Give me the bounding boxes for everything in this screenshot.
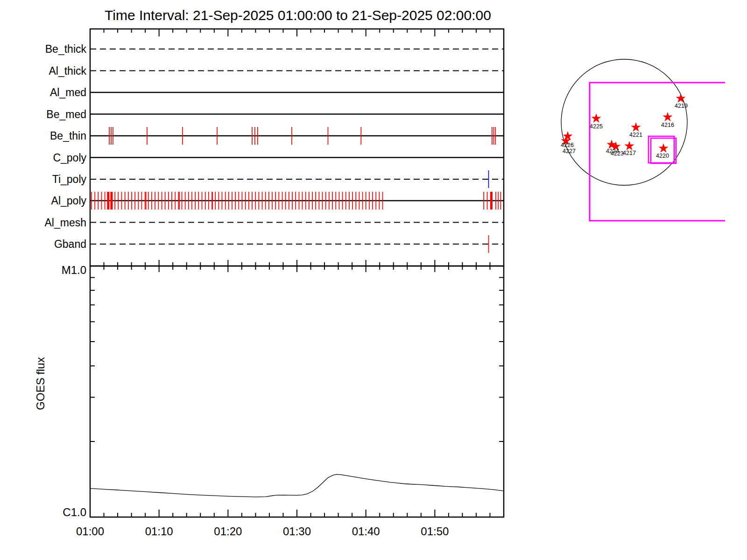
goes-flux-axis-label: GOES flux: [34, 357, 47, 410]
active-region-star-4216: [663, 112, 673, 121]
filter-label-C_poly: C_poly: [53, 152, 86, 164]
filter-row-Al_thick: Al_thick: [49, 65, 504, 77]
filter-label-Be_thick: Be_thick: [45, 43, 87, 55]
active-region-label-4221: 4221: [629, 132, 642, 138]
filter-label-Al_mesh: Al_mesh: [45, 217, 86, 229]
x-tick-label-01:10: 01:10: [145, 525, 173, 538]
filter-row-Be_med: Be_med: [46, 108, 504, 120]
active-region-label-4216: 4216: [661, 122, 674, 128]
active-region-star-4220: [659, 143, 669, 153]
fov-box-small-2: [651, 138, 676, 163]
filter-label-Al_med: Al_med: [50, 86, 86, 98]
filter-label-Ti_poly: Ti_poly: [52, 173, 87, 185]
x-tick-label-01:00: 01:00: [76, 525, 104, 538]
active-region-label-4225: 4225: [590, 123, 603, 130]
filter-timeline-panel: Be_thickAl_thickAl_medBe_medBe_thinC_pol…: [45, 29, 504, 272]
x-tick-label-01:20: 01:20: [214, 525, 242, 538]
filter-row-Be_thick: Be_thick: [45, 43, 504, 55]
goes-panel-border: [90, 266, 504, 517]
filter-row-Gband: Gband: [54, 235, 504, 253]
goes-flux-curve: [90, 474, 503, 497]
filter-row-C_poly: C_poly: [53, 152, 504, 164]
filter-row-Al_mesh: Al_mesh: [45, 217, 504, 229]
y-bottom-label: C1.0: [63, 506, 86, 518]
filter-row-Al_poly: Al_poly: [51, 192, 504, 210]
active-region-star-4219: [676, 93, 686, 103]
filter-row-Al_med: Al_med: [50, 86, 504, 98]
active-region-star-4217: [625, 141, 634, 150]
filter-label-Al_thick: Al_thick: [49, 65, 86, 77]
x-tick-label-01:50: 01:50: [421, 525, 449, 538]
y-top-label: M1.0: [62, 264, 86, 276]
goes-flux-panel: 01:0001:1001:2001:3001:4001:50M1.0C1.0GO…: [34, 264, 504, 538]
filter-label-Be_thin: Be_thin: [50, 130, 86, 142]
solar-disk-map: 4227422642254221422442234217422042164219: [561, 59, 725, 221]
active-region-label-4217: 4217: [623, 150, 636, 156]
filter-row-Be_thin: Be_thin: [50, 127, 504, 145]
active-region-label-4226: 4226: [561, 142, 574, 148]
active-region-label-4223: 4223: [611, 150, 624, 157]
active-region-star-4221: [631, 122, 641, 132]
filter-label-Gband: Gband: [54, 238, 86, 250]
plot-canvas: Be_thickAl_thickAl_medBe_medBe_thinC_pol…: [0, 0, 747, 560]
filter-row-Ti_poly: Ti_poly: [52, 170, 504, 188]
active-region-label-4220: 4220: [656, 153, 669, 159]
figure-root: Time Interval: 21-Sep-2025 01:00:00 to 2…: [0, 0, 747, 560]
x-tick-label-01:40: 01:40: [352, 525, 380, 538]
filter-label-Be_med: Be_med: [46, 108, 86, 120]
filter-label-Al_poly: Al_poly: [51, 195, 87, 207]
active-region-label-4219: 4219: [675, 103, 688, 109]
active-region-star-4225: [592, 113, 601, 123]
filter-panel-border: [90, 29, 504, 266]
active-region-label-4227: 4227: [563, 148, 576, 154]
active-region-star-4226: [563, 131, 573, 140]
x-tick-label-01:30: 01:30: [283, 525, 311, 538]
